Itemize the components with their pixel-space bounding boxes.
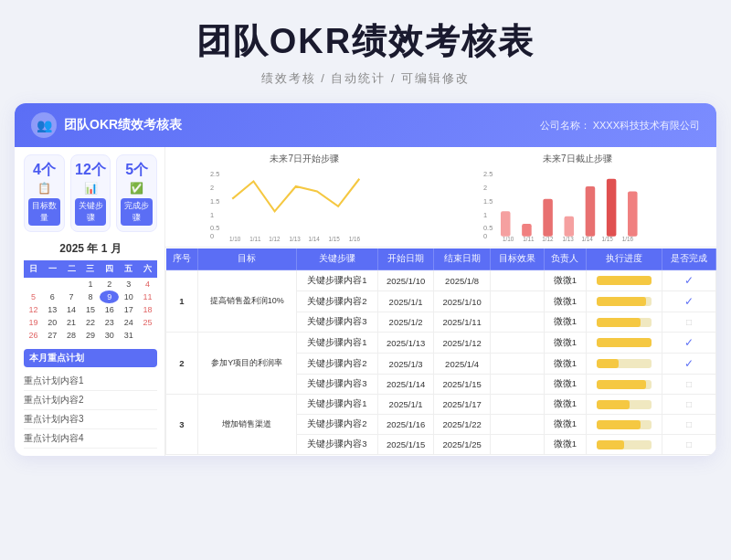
calendar-day[interactable]: 25	[138, 316, 157, 329]
svg-text:2.5: 2.5	[210, 170, 219, 178]
header-right: 公司名称： XXXX科技技术有限公司	[540, 119, 700, 132]
table-body: 1提高销售盈利润10%关键步骤内容12025/1/102025/1/8微微1✓关…	[166, 270, 716, 455]
svg-rect-20	[522, 224, 532, 237]
td-owner: 微微1	[544, 395, 587, 415]
td-start: 2025/1/2	[377, 312, 433, 333]
main-content: 4个 📋 目标数量 12个 📊 关键步骤 5个 ✅ 完成步骤 2	[15, 147, 716, 456]
calendar-header: 2025 年 1 月	[24, 241, 157, 257]
td-step: 关键步骤内容3	[296, 312, 377, 333]
calendar-day[interactable]: 11	[138, 291, 157, 303]
calendar-day[interactable]: 29	[81, 329, 101, 342]
th-seq: 序号	[166, 248, 198, 270]
stat-number-completed: 5个	[121, 161, 153, 180]
calendar-day[interactable]: 6	[43, 291, 62, 303]
td-seq: 3	[166, 395, 198, 455]
stats-row: 4个 📋 目标数量 12个 📊 关键步骤 5个 ✅ 完成步骤	[24, 154, 157, 232]
td-effect	[490, 415, 544, 435]
td-start: 2025/1/3	[377, 354, 433, 375]
calendar-day[interactable]: 20	[43, 316, 62, 329]
calendar-day[interactable]: 19	[24, 316, 43, 329]
svg-text:1/16: 1/16	[621, 236, 633, 241]
td-owner: 微微1	[544, 415, 587, 435]
calendar-day[interactable]: 22	[81, 316, 101, 329]
td-end: 2025/1/22	[434, 415, 490, 435]
plan-list: 重点计划内容1重点计划内容2重点计划内容3重点计划内容4	[24, 372, 157, 449]
svg-rect-22	[564, 217, 574, 237]
svg-text:1: 1	[210, 211, 214, 219]
td-owner: 微微1	[544, 270, 587, 291]
calendar-day[interactable]: 14	[62, 303, 81, 316]
stat-number-objectives: 4个	[28, 161, 60, 180]
td-step: 关键步骤内容1	[296, 333, 377, 354]
calendar-grid: 日 一 二 三 四 五 六 12345678910111213141516171…	[24, 260, 157, 342]
header-left: 👥 团队OKR绩效考核表	[31, 112, 182, 138]
calendar-day[interactable]: 7	[62, 291, 81, 303]
calendar-day[interactable]: 9	[100, 291, 119, 303]
table-row: 3增加销售渠道关键步骤内容12025/1/12025/1/17微微1□	[166, 395, 716, 415]
header-title: 团队OKR绩效考核表	[64, 117, 182, 133]
td-target: 参加Y项目的利润率	[197, 333, 296, 395]
td-owner: 微微1	[544, 435, 587, 455]
stat-objectives: 4个 📋 目标数量	[24, 154, 65, 232]
calendar-day[interactable]: 21	[62, 316, 81, 329]
svg-text:1/11: 1/11	[249, 236, 261, 241]
td-step: 关键步骤内容2	[296, 415, 377, 435]
td-progress	[587, 291, 662, 312]
calendar-day[interactable]: 1	[81, 278, 101, 291]
calendar-day[interactable]: 31	[119, 329, 138, 342]
plan-item: 重点计划内容2	[24, 391, 157, 410]
calendar-day[interactable]: 27	[43, 329, 62, 342]
calendar-day[interactable]: 28	[62, 329, 81, 342]
td-effect	[490, 354, 544, 375]
svg-rect-21	[543, 199, 553, 237]
th-end: 结束日期	[434, 248, 490, 270]
td-progress	[587, 395, 662, 415]
empty-icon: □	[686, 317, 692, 327]
td-owner: 微微1	[544, 312, 587, 333]
td-start: 2025/1/10	[377, 270, 433, 291]
svg-text:0: 0	[483, 232, 487, 240]
chart2-container: 未来7日截止步骤 2.5 2 1.5 1 0.5 0 1/10 1/11	[446, 153, 710, 241]
svg-text:2: 2	[210, 184, 214, 192]
plan-item: 重点计划内容3	[24, 410, 157, 429]
th-progress: 执行进度	[587, 248, 662, 270]
calendar-day[interactable]: 8	[81, 291, 101, 303]
calendar-day[interactable]: 12	[24, 303, 43, 316]
calendar-day[interactable]: 10	[119, 291, 138, 303]
td-step: 关键步骤内容2	[296, 291, 377, 312]
calendar-day[interactable]: 15	[81, 303, 101, 316]
td-end: 2025/1/25	[434, 435, 490, 455]
calendar-day[interactable]: 13	[43, 303, 62, 316]
calendar-day[interactable]: 2	[100, 278, 119, 291]
page-subtitle: 绩效考核 / 自动统计 / 可编辑修改	[261, 70, 471, 87]
calendar-day[interactable]: 30	[100, 329, 119, 342]
table-wrap: 序号 目标 关键步骤 开始日期 结束日期 目标效果 负责人 执行进度 是否完成 …	[165, 248, 716, 455]
th-effect: 目标效果	[490, 248, 544, 270]
td-owner: 微微1	[544, 354, 587, 375]
calendar-day[interactable]: 18	[138, 303, 157, 316]
plan-header: 本月重点计划	[24, 349, 157, 367]
td-effect	[490, 291, 544, 312]
td-start: 2025/1/14	[377, 375, 433, 395]
calendar-day[interactable]: 24	[119, 316, 138, 329]
td-done: ✓	[662, 291, 716, 312]
svg-text:1/13: 1/13	[562, 236, 574, 241]
th-step: 关键步骤	[296, 248, 377, 270]
td-end: 2025/1/11	[434, 312, 490, 333]
chart1-svg: 2.5 2 1.5 1 0.5 0 1/10 1/11 1/12 1/13 1/…	[173, 169, 437, 241]
svg-text:1/10: 1/10	[503, 236, 514, 241]
calendar-day[interactable]: 17	[119, 303, 138, 316]
calendar-day[interactable]: 3	[119, 278, 138, 291]
svg-text:1/13: 1/13	[289, 236, 301, 241]
page-title: 团队OKR绩效考核表	[196, 18, 535, 65]
calendar-day[interactable]: 23	[100, 316, 119, 329]
td-end: 2025/1/17	[434, 395, 490, 415]
td-start: 2025/1/1	[377, 291, 433, 312]
calendar-day[interactable]: 26	[24, 329, 43, 342]
calendar-day[interactable]: 5	[24, 291, 43, 303]
td-effect	[490, 435, 544, 455]
calendar-day[interactable]: 4	[138, 278, 157, 291]
calendar-day[interactable]: 16	[100, 303, 119, 316]
empty-icon: □	[686, 399, 692, 409]
svg-rect-24	[606, 179, 616, 237]
